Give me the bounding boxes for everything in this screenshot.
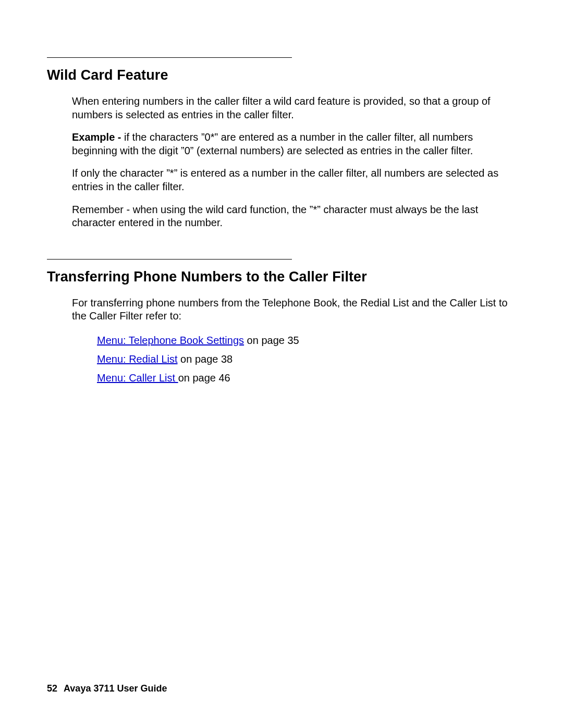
reference-suffix: on page 46 xyxy=(178,372,230,384)
heading-transferring-phone-numbers: Transferring Phone Numbers to the Caller… xyxy=(47,269,516,285)
paragraph: For transferring phone numbers from the … xyxy=(72,297,511,323)
reference-list: Menu: Telephone Book Settings on page 35… xyxy=(97,332,511,386)
document-page: Wild Card Feature When entering numbers … xyxy=(0,0,563,728)
reference-suffix: on page 35 xyxy=(244,335,299,346)
reference-item: Menu: Caller List on page 46 xyxy=(97,370,511,386)
reference-item: Menu: Telephone Book Settings on page 35 xyxy=(97,332,511,348)
heading-wild-card-feature: Wild Card Feature xyxy=(47,67,516,83)
paragraph: Remember - when using the wild card func… xyxy=(72,203,511,230)
reference-item: Menu: Redial List on page 38 xyxy=(97,351,511,367)
paragraph: If only the character ”*” is entered as … xyxy=(72,167,511,193)
paragraph-example: Example - if the characters ”0*” are ent… xyxy=(72,131,511,157)
section-divider xyxy=(47,57,292,58)
reference-suffix: on page 38 xyxy=(178,353,233,365)
page-number: 52 xyxy=(47,683,57,694)
example-label: Example - xyxy=(72,131,124,143)
link-redial-list[interactable]: Menu: Redial List xyxy=(97,353,178,365)
link-telephone-book-settings[interactable]: Menu: Telephone Book Settings xyxy=(97,335,244,346)
document-title: Avaya 3711 User Guide xyxy=(64,683,167,694)
section-body: When entering numbers in the caller filt… xyxy=(72,95,511,230)
link-caller-list[interactable]: Menu: Caller List xyxy=(97,372,178,384)
paragraph: When entering numbers in the caller filt… xyxy=(72,95,511,121)
page-footer: 52Avaya 3711 User Guide xyxy=(47,683,167,694)
section-body: For transferring phone numbers from the … xyxy=(72,297,511,386)
section-divider xyxy=(47,259,292,260)
paragraph-text: if the characters ”0*” are entered as a … xyxy=(72,131,473,156)
